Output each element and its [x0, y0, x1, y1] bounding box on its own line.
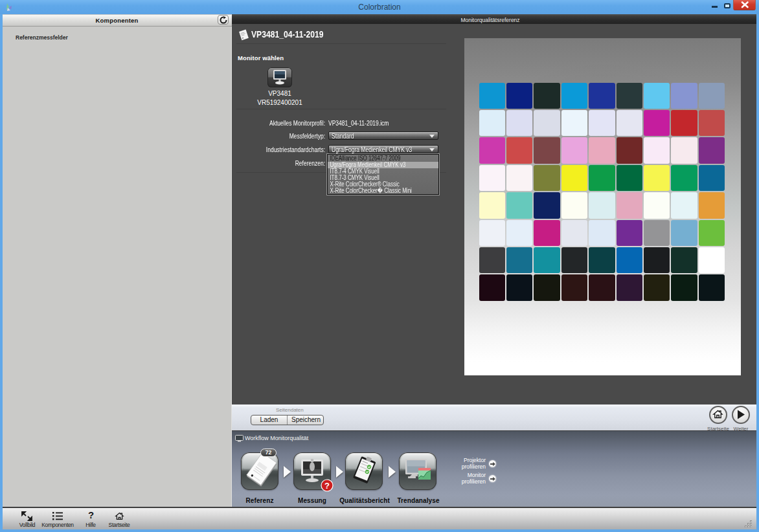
- svg-text:?: ?: [324, 481, 330, 491]
